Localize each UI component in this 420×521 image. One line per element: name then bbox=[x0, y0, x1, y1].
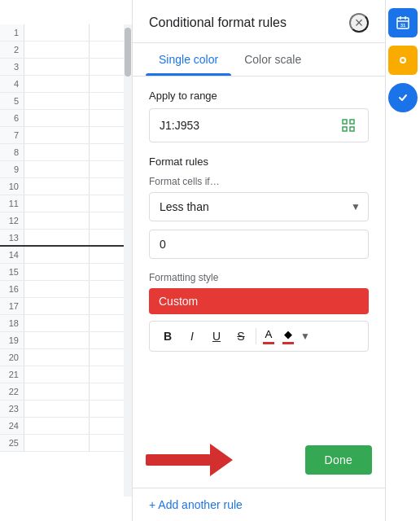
range-input[interactable] bbox=[160, 119, 339, 132]
spreadsheet-row: 19 bbox=[0, 332, 132, 349]
spreadsheet-row: 13 bbox=[0, 230, 132, 247]
spreadsheet-row: 6 bbox=[0, 110, 132, 127]
svg-rect-2 bbox=[343, 127, 347, 131]
vertical-scrollbar[interactable] bbox=[124, 24, 132, 497]
conditional-format-panel: Conditional format rules × Single color … bbox=[133, 0, 385, 521]
spreadsheet-row: 20 bbox=[0, 349, 132, 366]
spreadsheet-row: 7 bbox=[0, 127, 132, 144]
svg-rect-3 bbox=[350, 127, 354, 131]
spreadsheet-row: 24 bbox=[0, 418, 132, 435]
spreadsheet-row: 5 bbox=[0, 93, 132, 110]
range-input-container[interactable] bbox=[149, 108, 369, 142]
spreadsheet-row: 8 bbox=[0, 144, 132, 161]
scrollbar-thumb[interactable] bbox=[125, 28, 131, 77]
arrow-shaft bbox=[146, 454, 211, 466]
tabs-container: Single color Color scale bbox=[133, 43, 385, 77]
spreadsheet-row: 9 bbox=[0, 161, 132, 178]
spreadsheet-row: 17 bbox=[0, 298, 132, 315]
spreadsheet-row: 25 bbox=[0, 435, 132, 452]
fill-color-button[interactable]: ◆ bbox=[279, 326, 297, 346]
spreadsheet-row: 3 bbox=[0, 59, 132, 76]
svg-point-11 bbox=[401, 59, 405, 62]
arrow-annotation bbox=[146, 444, 233, 476]
spreadsheet-row: 23 bbox=[0, 401, 132, 418]
svg-rect-1 bbox=[350, 120, 354, 124]
right-side-icons: 31 bbox=[385, 0, 420, 521]
keep-icon[interactable] bbox=[388, 83, 418, 112]
calendar-icon[interactable]: 31 bbox=[388, 8, 418, 37]
tab-single-color[interactable]: Single color bbox=[146, 43, 231, 76]
apply-to-range-label: Apply to range bbox=[149, 90, 369, 102]
tab-color-scale[interactable]: Color scale bbox=[231, 43, 314, 76]
add-rule-section: + Add another rule bbox=[133, 488, 385, 521]
spreadsheet-row: 10 bbox=[0, 178, 132, 195]
panel-title: Conditional format rules bbox=[149, 15, 287, 30]
spreadsheet-row: 18 bbox=[0, 315, 132, 332]
spreadsheet-row: 11 bbox=[0, 195, 132, 212]
fill-color-indicator bbox=[282, 342, 294, 344]
format-toolbar: B I U S A ◆ ▼ bbox=[149, 321, 369, 352]
add-another-rule-button[interactable]: + Add another rule bbox=[149, 498, 243, 511]
condition-select[interactable]: Is empty Is not empty Text contains Text… bbox=[149, 192, 369, 221]
fill-color-chevron[interactable]: ▼ bbox=[300, 331, 310, 342]
spreadsheet-row: 4 bbox=[0, 76, 132, 93]
spreadsheet-row: 15 bbox=[0, 264, 132, 281]
condition-select-wrapper[interactable]: Is empty Is not empty Text contains Text… bbox=[149, 192, 369, 221]
big-arrow bbox=[146, 444, 233, 476]
custom-style-box: Custom bbox=[149, 288, 369, 314]
spreadsheet-row: 14 bbox=[0, 247, 132, 264]
format-cells-if-label: Format cells if… bbox=[149, 176, 369, 187]
svg-text:31: 31 bbox=[400, 23, 406, 28]
spreadsheet-area: 1 2 3 4 5 6 7 8 9 10 11 12 13 14 15 16 1… bbox=[0, 0, 133, 521]
close-button[interactable]: × bbox=[349, 13, 369, 33]
strikethrough-button[interactable]: S bbox=[230, 325, 252, 348]
spreadsheet-row: 12 bbox=[0, 212, 132, 230]
formatting-style-label: Formatting style bbox=[149, 272, 369, 283]
toolbar-separator bbox=[256, 328, 256, 344]
font-color-indicator bbox=[263, 342, 274, 344]
bold-button[interactable]: B bbox=[156, 325, 179, 348]
format-rules-label: Format rules bbox=[149, 155, 369, 168]
done-area: Done bbox=[133, 439, 385, 488]
spreadsheet-rows: 1 2 3 4 5 6 7 8 9 10 11 12 13 14 15 16 1… bbox=[0, 24, 132, 452]
tasks-icon[interactable] bbox=[388, 46, 418, 75]
done-button[interactable]: Done bbox=[305, 445, 372, 475]
svg-rect-0 bbox=[343, 120, 347, 124]
italic-button[interactable]: I bbox=[181, 325, 203, 348]
panel-header: Conditional format rules × bbox=[133, 0, 385, 43]
select-range-icon[interactable] bbox=[339, 116, 358, 135]
spreadsheet-row: 16 bbox=[0, 281, 132, 298]
spreadsheet-row: 22 bbox=[0, 383, 132, 401]
svg-point-12 bbox=[395, 90, 411, 106]
spreadsheet-row: 1 bbox=[0, 24, 132, 42]
font-color-button[interactable]: A bbox=[260, 326, 278, 346]
spreadsheet-row: 2 bbox=[0, 42, 132, 59]
spreadsheet-row: 21 bbox=[0, 366, 132, 383]
arrow-head bbox=[210, 444, 233, 476]
underline-button[interactable]: U bbox=[205, 325, 228, 348]
panel-body: Apply to range Format rules Format cells… bbox=[133, 77, 385, 439]
condition-value-input[interactable] bbox=[149, 230, 369, 259]
